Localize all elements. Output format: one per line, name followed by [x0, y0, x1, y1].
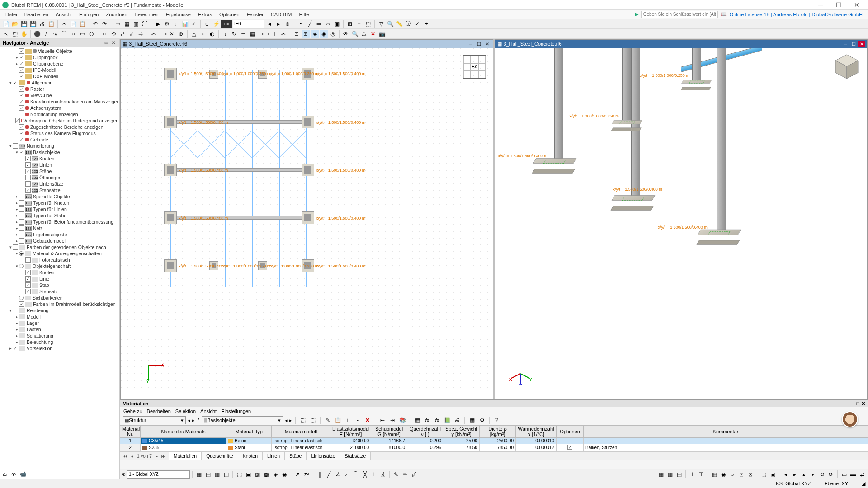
prev-icon[interactable]: ◂ — [265, 20, 274, 28]
bt-g-icon[interactable]: ▨ — [253, 470, 261, 479]
cascade-icon[interactable]: ▥ — [132, 20, 140, 28]
camera-icon[interactable]: 📷 — [378, 30, 386, 38]
cut-icon[interactable]: ✂ — [60, 20, 68, 28]
br-13-icon[interactable]: ◂ — [782, 470, 790, 479]
paste-icon[interactable]: 📋 — [78, 20, 86, 28]
mat-menu-bearbeiten[interactable]: Bearbeiten — [147, 408, 171, 414]
filter-icon[interactable]: ▽ — [377, 20, 385, 28]
tree-item[interactable]: ▸Schattierung — [1, 333, 118, 339]
saveall-icon[interactable]: 💾 — [29, 20, 37, 28]
column-3d[interactable] — [717, 48, 726, 233]
tree-item[interactable]: ▸123Typen für Betonfundamentbemessung — [1, 219, 118, 225]
tree-item[interactable]: ViewCube — [1, 92, 118, 99]
mt-lib-icon[interactable]: 📚 — [398, 416, 406, 424]
member[interactable] — [252, 70, 253, 287]
tree-item[interactable]: Farben im Drahtmodell berücksichtigen — [1, 301, 118, 307]
mt-opt-icon[interactable]: ⚙ — [478, 416, 486, 424]
lineload-icon[interactable]: ⫟ — [239, 30, 247, 38]
tree-item[interactable]: Achsensystem — [1, 105, 118, 111]
line2-icon[interactable]: / — [42, 30, 50, 38]
undo-icon[interactable]: ↶ — [91, 20, 99, 28]
tree-item[interactable]: 123Linien — [1, 162, 118, 168]
split-icon[interactable]: ✂ — [150, 30, 158, 38]
th-opt[interactable]: Optionen — [557, 426, 584, 438]
viewport-plan-header[interactable]: ▦ 3_Hall_Steel_Concrete.rf6 ─ ☐ ✕ — [121, 40, 493, 48]
viewport-3d-header[interactable]: ▦ 3_Hall_Steel_Concrete.rf6 ─ ☐ ✕ — [495, 40, 868, 48]
th-gamma[interactable]: Spez. Gewicht γ [kN/m³] — [443, 426, 480, 438]
menu-ansicht[interactable]: Ansicht — [52, 11, 75, 18]
vp-close-icon[interactable]: ✕ — [484, 41, 491, 47]
mt-excel-icon[interactable]: 📗 — [443, 416, 451, 424]
tree-item[interactable]: Status des Kamera-Flugmodus — [1, 130, 118, 136]
tree-item[interactable]: ▸123Ergebnisobjekte — [1, 231, 118, 238]
member[interactable] — [170, 70, 171, 287]
calc-icon[interactable]: ▶ — [154, 20, 162, 28]
table-row[interactable]: 2S235StahlIsotrop | Linear elastisch2100… — [120, 444, 868, 451]
tree-item[interactable]: IFC-Modell — [1, 67, 118, 73]
mt-export-icon[interactable]: ⇥ — [388, 416, 396, 424]
foundation[interactable] — [164, 116, 177, 128]
tree-item[interactable]: ▸Clippingebene — [1, 61, 118, 67]
br-16-icon[interactable]: ▾ — [809, 470, 817, 479]
menu-einfuegen[interactable]: Einfügen — [75, 11, 102, 18]
status-resize-icon[interactable]: ◢ — [862, 481, 865, 487]
tree-item[interactable]: 123Stabsätze — [1, 187, 118, 193]
cursor-icon[interactable]: ↖ — [2, 30, 10, 38]
mt-prev-icon[interactable]: ◂ — [188, 418, 190, 423]
maximize-button[interactable]: ☐ — [830, 0, 848, 10]
materials-table[interactable]: Material Nr. Name des Materials Material… — [120, 425, 868, 451]
loads-icon[interactable]: ↓ — [172, 20, 180, 28]
copy-icon[interactable]: 📄 — [69, 20, 77, 28]
br-5-icon[interactable]: ⊤ — [697, 470, 705, 479]
mat-close-icon[interactable]: ✕ — [861, 401, 865, 407]
offset-icon[interactable]: ⇉ — [137, 30, 145, 38]
mt-sel2-icon[interactable]: ⬚ — [309, 416, 317, 424]
force-icon[interactable]: ↓ — [221, 30, 229, 38]
th-type[interactable]: Material- typ — [226, 426, 272, 438]
support-icon[interactable]: △ — [190, 30, 198, 38]
tree-item[interactable]: Zugeschnittene Bereiche anzeigen — [1, 124, 118, 130]
print-icon[interactable]: 🖨 — [38, 20, 46, 28]
materials-tab[interactable]: Stabsätze — [340, 452, 371, 460]
menu-extras[interactable]: Extras — [194, 11, 216, 18]
mat-pin-icon[interactable]: □ — [856, 401, 859, 406]
bt-p-icon[interactable]: ⟋ — [343, 470, 351, 479]
th-alpha[interactable]: Wärmedehnzahl α [1/°C] — [516, 426, 557, 438]
warn-icon[interactable]: ⚠ — [360, 30, 368, 38]
th-nr[interactable]: Material Nr. — [120, 426, 141, 438]
viewport-plan-canvas[interactable]: x/y/t = 1.500/1.500/0.400 m x/y/t = 1.00… — [121, 48, 493, 399]
stress-icon[interactable]: σ — [203, 20, 211, 28]
tree-item[interactable]: ▾Material & Anzeigeeigenschaften — [1, 250, 118, 257]
circle-icon[interactable]: ○ — [69, 30, 77, 38]
check-icon[interactable]: ✓ — [413, 20, 421, 28]
bt-a-icon[interactable]: ▦ — [195, 470, 203, 479]
br-14-icon[interactable]: ▸ — [791, 470, 799, 479]
nav-eye-icon[interactable]: 👁 — [11, 472, 16, 477]
mirror-icon[interactable]: ⇄ — [118, 30, 127, 38]
tree-item[interactable]: ▸123Gebäudemodell — [1, 238, 118, 244]
mt-view-icon[interactable]: ▦ — [468, 416, 476, 424]
snap2-icon[interactable]: ⊞ — [302, 30, 310, 38]
arc-icon[interactable]: ⌒ — [60, 30, 68, 38]
member[interactable] — [279, 70, 280, 287]
tab-prev-icon[interactable]: ◂ — [130, 454, 135, 459]
tree-item[interactable]: Koordinateninformationen am Mauszeiger — [1, 99, 118, 105]
tree-item[interactable]: ▸123Typen für Stäbe — [1, 212, 118, 219]
mt-table-icon[interactable]: ▦ — [413, 416, 421, 424]
tree-item[interactable]: ▸Modell — [1, 314, 118, 320]
menu-fenster[interactable]: Fenster — [243, 11, 267, 18]
th-nu[interactable]: Querdehnzahl ν [-] — [407, 426, 443, 438]
foundation[interactable] — [164, 211, 177, 224]
tree-item[interactable]: ▾123Numerierung — [1, 143, 118, 149]
tab-first-icon[interactable]: ⏮ — [122, 454, 129, 459]
mt-edit-icon[interactable]: ✎ — [324, 416, 332, 424]
nav-close-icon[interactable]: ✕ — [110, 40, 117, 46]
measure-icon[interactable]: 📏 — [395, 20, 403, 28]
menu-datei[interactable]: Datei — [2, 11, 21, 18]
release-icon[interactable]: ◐ — [208, 30, 216, 38]
moment-icon[interactable]: ↻ — [230, 30, 238, 38]
table-row[interactable]: 1C35/45BetonIsotrop | Linear elastisch34… — [120, 438, 868, 444]
br-10-icon[interactable]: ⊠ — [746, 470, 755, 479]
bt-o-icon[interactable]: ∠ — [334, 470, 342, 479]
br-3-icon[interactable]: ▤ — [675, 470, 683, 479]
